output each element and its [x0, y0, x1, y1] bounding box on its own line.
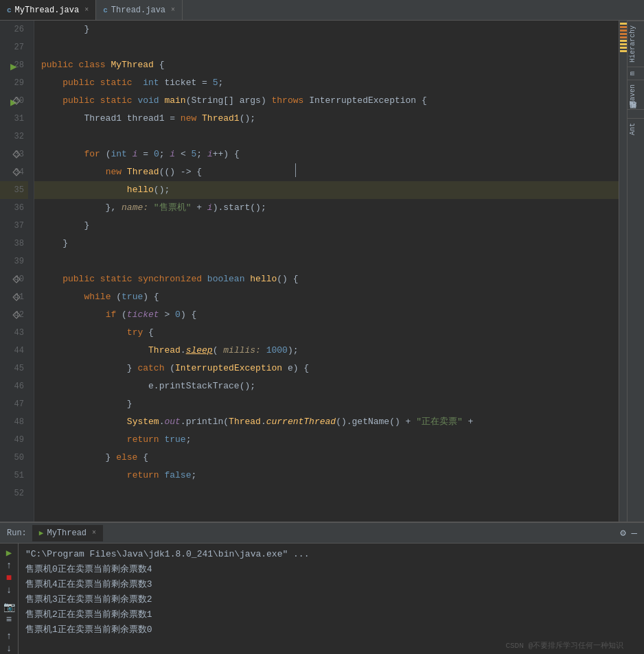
- sidebar-maven[interactable]: Maven: [628, 80, 644, 109]
- output-line-1: 售票机0正在卖票当前剩余票数4: [25, 562, 637, 577]
- code-line-38: }: [34, 235, 619, 253]
- sidebar-ant[interactable]: Ant: [628, 118, 644, 139]
- run-down-button[interactable]: ↓: [2, 585, 16, 596]
- run-tab-close[interactable]: ×: [92, 529, 96, 537]
- run-content: ▶ ↑ ■ ↓ 📷 ≡ ↑ ↓ "C:\Program Files\Java\j…: [0, 544, 644, 654]
- run-play-button[interactable]: ▶: [2, 547, 16, 559]
- tab-thread[interactable]: c Thread.java ×: [96, 0, 183, 20]
- line-43: 43: [0, 324, 28, 342]
- code-line-28: public class MyThread {: [34, 56, 619, 74]
- line-45: 45: [0, 360, 28, 377]
- code-line-49: return true;: [34, 431, 619, 449]
- line-39: 39: [0, 253, 28, 270]
- run-output[interactable]: "C:\Program Files\Java\jdk1.8.0_241\bin\…: [19, 544, 644, 654]
- code-line-52: [34, 484, 619, 502]
- run-camera-button[interactable]: 📷: [2, 601, 16, 613]
- line-44: 44: [0, 342, 28, 360]
- minimize-icon[interactable]: —: [632, 528, 637, 539]
- run-list-button[interactable]: ≡: [2, 614, 16, 625]
- code-line-43: try {: [34, 324, 619, 342]
- line-26: 26: [0, 21, 28, 38]
- output-line-5: 售票机1正在卖票当前剩余票数0: [25, 622, 637, 638]
- run-tab-label: MyThread: [47, 528, 87, 538]
- line-40: 40: [0, 270, 28, 288]
- marker-yellow-1: [620, 23, 627, 25]
- marker-yellow-3: [620, 43, 627, 45]
- sidebar-hierarchy[interactable]: Hierarchy: [628, 21, 644, 67]
- code-line-44: Thread.sleep( millis: 1000);: [34, 342, 619, 360]
- tab-close-thread[interactable]: ×: [171, 6, 175, 14]
- code-line-46: e.printStackTrace();: [34, 377, 619, 395]
- code-line-35: hello();: [34, 181, 619, 199]
- code-line-37: }: [34, 217, 619, 235]
- code-line-30: public static void main(String[] args) t…: [34, 92, 619, 110]
- line-37: 37: [0, 217, 28, 235]
- run-tab-icon: ▶: [39, 528, 44, 537]
- line-51: 51: [0, 467, 28, 484]
- code-line-34: new Thread(() -> {: [34, 163, 619, 181]
- line-42: 42: [0, 306, 28, 324]
- run-buttons: ▶ ↑ ■ ↓ 📷 ≡ ↑ ↓: [0, 544, 19, 654]
- code-line-39: [34, 253, 619, 270]
- run-tab-mythread[interactable]: ▶ MyThread ×: [32, 525, 103, 541]
- marker-orange-3: [620, 33, 627, 35]
- code-line-51: return false;: [34, 467, 619, 484]
- marker-orange-1: [620, 26, 627, 28]
- run-up2-button[interactable]: ↑: [2, 631, 16, 642]
- line-29: 29: [0, 74, 28, 92]
- tab-label-mythread: MyThread.java: [15, 5, 80, 15]
- output-line-0: "C:\Program Files\Java\jdk1.8.0_241\bin\…: [25, 547, 637, 562]
- marker-orange-4: [620, 36, 627, 38]
- code-line-41: while (true) {: [34, 288, 619, 306]
- code-line-48: System.out.println(Thread.currentThread(…: [34, 413, 619, 431]
- code-line-26: }: [34, 21, 619, 38]
- tab-close-mythread[interactable]: ×: [84, 6, 89, 14]
- output-line-3: 售票机3正在卖票当前剩余票数2: [25, 592, 637, 607]
- run-down2-button[interactable]: ↓: [2, 643, 16, 654]
- line-34: 34: [0, 163, 28, 181]
- code-line-33: for (int i = 0; i < 5; i++) {: [34, 145, 619, 163]
- line-38: 38: [0, 235, 28, 253]
- line-47: 47: [0, 395, 28, 413]
- line-28: ▶ 28: [0, 56, 28, 74]
- line-32: 32: [0, 128, 28, 145]
- marker-orange-2: [620, 30, 627, 32]
- line-31: 31: [0, 110, 28, 128]
- code-line-32: [34, 128, 619, 145]
- line-30: ▶ 30: [0, 92, 28, 110]
- sidebar-struct[interactable]: 结构视图: [628, 109, 644, 118]
- code-line-50: } else {: [34, 449, 619, 467]
- marker-yellow-2: [620, 40, 627, 42]
- tab-icon-thread: c: [103, 6, 108, 14]
- sidebar-m[interactable]: m: [628, 67, 644, 80]
- output-line-2: 售票机4正在卖票当前剩余票数3: [25, 577, 637, 592]
- tab-mythread[interactable]: c MyThread.java ×: [0, 0, 96, 20]
- run-panel-header: Run: ▶ MyThread × ⚙ —: [0, 523, 644, 544]
- code-line-40: public static synchronized boolean hello…: [34, 270, 619, 288]
- line-gutter: 26 27 ▶ 28 29 ▶ 30 31 32 33 34 35 36 37 …: [0, 21, 34, 522]
- line-46: 46: [0, 377, 28, 395]
- gear-icon[interactable]: ⚙: [620, 527, 625, 539]
- run-up-button[interactable]: ↑: [2, 560, 16, 571]
- right-marker-bar: [619, 21, 627, 522]
- code-line-42: if (ticket > 0) {: [34, 306, 619, 324]
- code-content[interactable]: } public class MyThread { public static …: [34, 21, 619, 522]
- line-49: 49: [0, 431, 28, 449]
- line-52: 52: [0, 484, 28, 502]
- run-stop-button[interactable]: ■: [2, 572, 16, 583]
- line-41: 41: [0, 288, 28, 306]
- tab-icon-mythread: c: [7, 6, 12, 14]
- cursor: [295, 163, 296, 177]
- line-48: 48: [0, 413, 28, 431]
- right-sidebar: Hierarchy m Maven 结构视图 Ant: [627, 21, 644, 522]
- tab-bar: c MyThread.java × c Thread.java ×: [0, 0, 644, 21]
- code-line-45: } catch (InterruptedException e) {: [34, 360, 619, 377]
- marker-yellow-4: [620, 47, 627, 49]
- line-33: 33: [0, 145, 28, 163]
- code-line-36: }, name: "售票机" + i).start();: [34, 199, 619, 217]
- marker-yellow-5: [620, 50, 627, 52]
- tab-label-thread: Thread.java: [111, 5, 165, 15]
- line-50: 50: [0, 449, 28, 467]
- line-35: 35: [0, 181, 28, 199]
- run-panel: Run: ▶ MyThread × ⚙ — ▶ ↑ ■ ↓ 📷 ≡ ↑ ↓ "C…: [0, 522, 644, 654]
